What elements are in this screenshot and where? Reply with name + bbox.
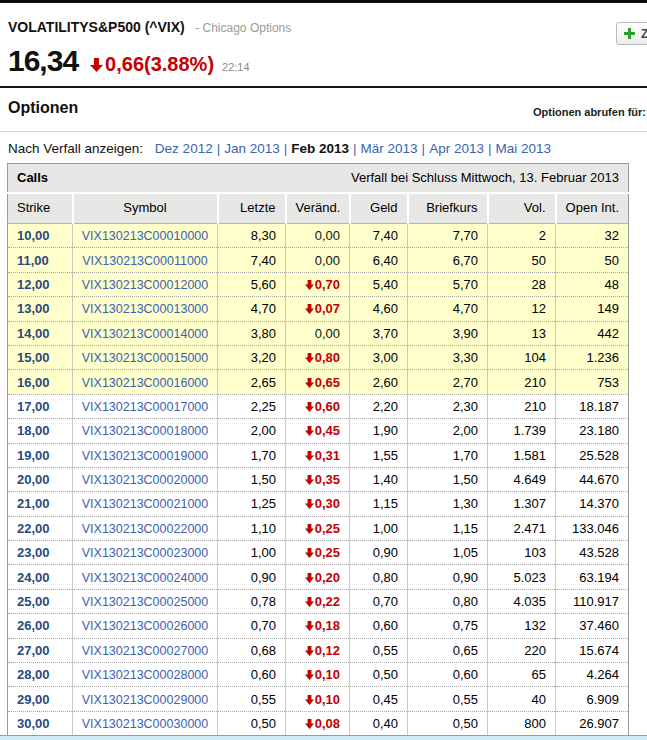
table-row: 27,00 VIX130213C00027000 0,68 0,12 0,55 … <box>8 638 629 662</box>
expiry-month-link[interactable]: Dez 2012 <box>155 141 213 156</box>
quote-change: 0,66 (3.88%) <box>90 53 214 76</box>
strike-cell: 16,00 <box>8 370 73 394</box>
change-cell: 0,00 <box>286 248 350 272</box>
symbol-link[interactable]: VIX130213C00021000 <box>82 497 209 511</box>
last-price-cell: 1,25 <box>218 492 286 516</box>
symbol-link[interactable]: VIX130213C00016000 <box>82 376 209 390</box>
symbol-link[interactable]: VIX130213C00028000 <box>82 668 209 682</box>
last-price-cell: 0,70 <box>218 614 286 638</box>
volume-cell: 1.307 <box>488 492 556 516</box>
last-price-cell: 1,00 <box>218 541 286 565</box>
volume-cell: 65 <box>488 663 556 687</box>
table-row: 13,00 VIX130213C00013000 4,70 0,07 4,60 … <box>8 297 629 321</box>
down-arrow-icon <box>305 668 314 683</box>
change-cell: 0,35 <box>286 467 350 491</box>
ask-cell: 0,80 <box>408 589 488 613</box>
nav-separator <box>147 141 155 156</box>
last-price-cell: 3,20 <box>218 345 286 369</box>
symbol-link[interactable]: VIX130213C00014000 <box>82 327 209 341</box>
bid-cell: 0,50 <box>350 663 408 687</box>
down-arrow-icon <box>305 278 314 293</box>
quote-exchange: - Chicago Options <box>195 21 291 35</box>
top-black-bar <box>0 0 647 3</box>
volume-cell: 12 <box>488 297 556 321</box>
symbol-link[interactable]: VIX130213C00022000 <box>82 522 209 536</box>
down-arrow-icon <box>305 400 314 415</box>
symbol-link[interactable]: VIX130213C00013000 <box>82 302 209 316</box>
table-row: 25,00 VIX130213C00025000 0,78 0,22 0,70 … <box>8 589 629 613</box>
last-price-cell: 1,10 <box>218 516 286 540</box>
get-options-for-label: Optionen abrufen für: <box>533 106 646 118</box>
symbol-link[interactable]: VIX130213C00026000 <box>82 619 209 633</box>
volume-cell: 800 <box>488 711 556 735</box>
table-row: 19,00 VIX130213C00019000 1,70 0,31 1,55 … <box>8 443 629 467</box>
symbol-link[interactable]: VIX130213C00015000 <box>82 351 209 365</box>
ask-cell: 1,30 <box>408 492 488 516</box>
down-arrow-icon <box>305 302 314 317</box>
table-row: 28,00 VIX130213C00028000 0,60 0,10 0,50 … <box>8 663 629 687</box>
ask-cell: 4,70 <box>408 297 488 321</box>
down-arrow-icon <box>305 473 314 488</box>
change-cell: 0,25 <box>286 541 350 565</box>
symbol-link[interactable]: VIX130213C00020000 <box>82 473 209 487</box>
volume-cell: 50 <box>488 248 556 272</box>
change-cell: 0,20 <box>286 565 350 589</box>
column-header: Vol. <box>488 193 556 224</box>
open-interest-cell: 4.264 <box>556 663 629 687</box>
last-price-cell: 4,70 <box>218 297 286 321</box>
table-caption-row: Calls Verfall bei Schluss Mittwoch, 13. … <box>8 164 629 193</box>
table-row: 12,00 VIX130213C00012000 5,60 0,70 5,40 … <box>8 272 629 296</box>
symbol-link[interactable]: VIX130213C00025000 <box>82 595 209 609</box>
expiry-month-link[interactable]: Apr 2013 <box>429 141 484 156</box>
change-cell: 0,07 <box>286 297 350 321</box>
symbol-link[interactable]: VIX130213C00029000 <box>82 693 209 707</box>
table-row: 16,00 VIX130213C00016000 2,65 0,65 2,60 … <box>8 370 629 394</box>
open-interest-cell: 149 <box>556 297 629 321</box>
expiry-month-link[interactable]: Jan 2013 <box>224 141 280 156</box>
symbol-link[interactable]: VIX130213C00027000 <box>82 644 209 658</box>
change-cell: 0,70 <box>286 272 350 296</box>
quote-price-line: 16,34 0,66 (3.88%) 22:14 <box>8 44 250 78</box>
bid-cell: 7,40 <box>350 224 408 248</box>
symbol-link[interactable]: VIX130213C00024000 <box>82 571 209 585</box>
volume-cell: 132 <box>488 614 556 638</box>
quote-title-line: VOLATILITYS&P500 (^VIX) - Chicago Option… <box>8 18 291 36</box>
symbol-link[interactable]: VIX130213C00017000 <box>82 400 209 414</box>
expiry-month-link[interactable]: Mai 2013 <box>495 141 551 156</box>
down-arrow-icon <box>305 522 314 537</box>
add-to-portfolio-button[interactable]: Z <box>616 22 647 45</box>
last-price-cell: 3,80 <box>218 321 286 345</box>
change-cell: 0,30 <box>286 492 350 516</box>
bid-cell: 3,70 <box>350 321 408 345</box>
symbol-link[interactable]: VIX130213C00030000 <box>82 717 209 731</box>
volume-cell: 13 <box>488 321 556 345</box>
down-arrow-icon <box>305 595 314 610</box>
bid-cell: 1,00 <box>350 516 408 540</box>
change-cell: 0,80 <box>286 345 350 369</box>
bid-cell: 2,20 <box>350 394 408 418</box>
last-price-cell: 2,00 <box>218 419 286 443</box>
symbol-link[interactable]: VIX130213C00023000 <box>82 546 209 560</box>
column-header: Symbol <box>73 193 218 224</box>
strike-cell: 19,00 <box>8 443 73 467</box>
down-arrow-icon <box>305 497 314 512</box>
add-button-label: Z <box>641 27 647 41</box>
down-arrow-icon <box>305 351 314 366</box>
symbol-link[interactable]: VIX130213C00012000 <box>82 278 209 292</box>
section-divider <box>0 131 647 132</box>
change-cell: 0,65 <box>286 370 350 394</box>
ask-cell: 7,70 <box>408 224 488 248</box>
strike-cell: 24,00 <box>8 565 73 589</box>
change-cell: 0,25 <box>286 516 350 540</box>
symbol-link[interactable]: VIX130213C00011000 <box>82 254 208 268</box>
symbol-link[interactable]: VIX130213C00010000 <box>82 229 209 243</box>
bid-cell: 0,45 <box>350 687 408 711</box>
bid-cell: 0,55 <box>350 638 408 662</box>
expiry-month-link[interactable]: Mär 2013 <box>361 141 418 156</box>
table-row: 18,00 VIX130213C00018000 2,00 0,45 1,90 … <box>8 419 629 443</box>
symbol-link[interactable]: VIX130213C00018000 <box>82 424 209 438</box>
symbol-link[interactable]: VIX130213C00019000 <box>82 449 209 463</box>
table-row: 10,00 VIX130213C00010000 8,30 0,00 7,40 … <box>8 224 629 248</box>
change-cell: 0,10 <box>286 663 350 687</box>
quote-change-percent: (3.88%) <box>144 53 214 76</box>
